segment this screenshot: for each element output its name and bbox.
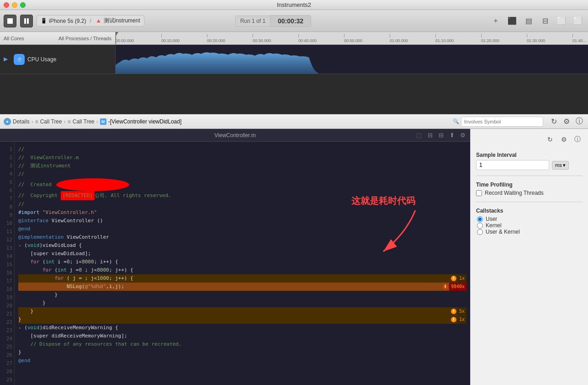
code-line-9: #import "ViewController.h" bbox=[18, 209, 466, 217]
code-line-15: @implementation ViewController bbox=[18, 233, 466, 241]
pin-icon[interactable]: ⬆ bbox=[447, 131, 456, 140]
breadcrumb-method[interactable]: M -[ViewController viewDidLoad] bbox=[100, 118, 182, 125]
code-line-13: @end bbox=[18, 225, 466, 233]
breadcrumb-details[interactable]: ● Details bbox=[4, 118, 30, 125]
ruler-tick-4: 00:40.000 bbox=[298, 34, 344, 43]
cpu-track: ▶ ⏱ CPU Usage bbox=[0, 45, 588, 74]
settings-rp-icon[interactable]: ⚙ bbox=[559, 134, 569, 144]
right-panel-top-bar: ↻ ⚙ ⓘ bbox=[476, 134, 583, 144]
ruler-tick-6: 01:00.000 bbox=[390, 34, 435, 43]
layout-button[interactable]: ▤ bbox=[522, 15, 535, 27]
code-line-4: // bbox=[18, 170, 466, 178]
camera-button[interactable]: ⬛ bbox=[506, 15, 519, 27]
minimize-button[interactable] bbox=[12, 2, 17, 8]
all-cores-label[interactable]: All Cores bbox=[4, 36, 24, 41]
kernel-radio[interactable] bbox=[477, 223, 483, 229]
main-content: ViewController.m ⬚ ⊟ ⊟ ⬆ ⚙ 12345 678910 … bbox=[0, 129, 588, 385]
pause-button[interactable] bbox=[20, 15, 33, 27]
view-button[interactable]: ⬜ bbox=[572, 15, 584, 27]
ruler-tick-9: 01:30.000 bbox=[527, 34, 572, 43]
code-line-31: [super didReceiveMemoryWarning]; bbox=[18, 332, 466, 340]
breadcrumb-right-icons: ↻ ⚙ ⓘ bbox=[549, 117, 584, 127]
search-icon: 🔍 bbox=[453, 118, 459, 124]
code-body: 12345 678910 1112131415 1617181920 21222… bbox=[0, 142, 470, 385]
add-button[interactable]: ＋ bbox=[489, 15, 502, 27]
run-label: Run 1 of 1 bbox=[235, 16, 270, 27]
ruler-marks: 00:00.000 00:10.000 00:20.000 00:30.000 … bbox=[116, 32, 588, 44]
calltree2-icon: ≡ bbox=[68, 118, 71, 125]
breadcrumb-calltree1[interactable]: ≡ Call Tree bbox=[35, 118, 62, 125]
svg-text:⏱: ⏱ bbox=[17, 57, 22, 62]
toolbar-right: ＋ ⬛ ▤ ⊟ ⬜ ⬜ bbox=[489, 15, 584, 27]
heat-icon-26: ℹ bbox=[451, 309, 456, 314]
ruler-tick-7: 01:10.000 bbox=[435, 34, 481, 43]
user-kernel-radio[interactable] bbox=[477, 229, 483, 235]
involves-search-input[interactable] bbox=[461, 117, 543, 127]
grid-button[interactable]: ⊟ bbox=[539, 15, 551, 27]
code-line-24: } bbox=[18, 291, 466, 299]
split-button[interactable]: ⬜ bbox=[555, 15, 568, 27]
gear-icon[interactable]: ⚙ bbox=[458, 131, 467, 140]
timeline-cursor[interactable] bbox=[116, 32, 116, 44]
code-filename: ViewController.m bbox=[214, 132, 255, 139]
callstacks-label: Callstacks bbox=[476, 208, 583, 214]
window-title: Instruments2 bbox=[277, 1, 311, 8]
heat-count-27: 1x bbox=[457, 315, 466, 324]
user-label: User bbox=[486, 216, 497, 222]
ruler-tick-8: 01:20.000 bbox=[481, 34, 527, 43]
code-line-1: // bbox=[18, 145, 466, 154]
info-rp-icon[interactable]: ⓘ bbox=[572, 134, 583, 144]
bc-sep-3: › bbox=[96, 118, 98, 125]
heat-icon-22: ℹ bbox=[451, 276, 456, 281]
code-line-25: } bbox=[18, 299, 466, 307]
all-processes-label[interactable]: All Processes / Threads bbox=[58, 36, 111, 41]
traffic-lights bbox=[4, 2, 26, 8]
timeline-ruler[interactable]: 00:00.000 00:10.000 00:20.000 00:30.000 … bbox=[116, 32, 588, 44]
code-line-6: // Copyright [REDACTED]公司. All rights re… bbox=[18, 191, 466, 200]
user-kernel-radio-row: User & Kernel bbox=[477, 229, 583, 235]
close-button[interactable] bbox=[4, 2, 9, 8]
split-horiz-icon[interactable]: ⊟ bbox=[436, 131, 445, 140]
separator: / bbox=[90, 18, 91, 24]
cpu-play-button[interactable]: ▶ bbox=[4, 56, 11, 63]
user-radio[interactable] bbox=[477, 216, 483, 222]
title-bar: Instruments2 bbox=[0, 0, 588, 10]
sample-interval-unit[interactable]: ms ▾ bbox=[552, 161, 569, 170]
calltree1-label: Call Tree bbox=[40, 118, 62, 125]
refresh-icon[interactable]: ↻ bbox=[549, 117, 559, 127]
refresh-rp-icon[interactable]: ↻ bbox=[545, 134, 555, 144]
rp-divider-2 bbox=[476, 202, 583, 202]
heat-badge-27: ℹ 1x bbox=[451, 315, 466, 324]
breadcrumb-calltree2[interactable]: ≡ Call Tree bbox=[68, 118, 95, 125]
ruler-tick-10: 01:40... bbox=[572, 34, 588, 43]
ruler-tick-5: 00:50.000 bbox=[344, 34, 390, 43]
info-icon[interactable]: ⓘ bbox=[574, 117, 584, 127]
maximize-button[interactable] bbox=[20, 2, 26, 8]
record-waiting-checkbox[interactable] bbox=[476, 190, 482, 196]
heat-icon-23: ℹ bbox=[443, 284, 448, 289]
split-view-icon[interactable]: ⊟ bbox=[425, 131, 434, 140]
right-panel: ↻ ⚙ ⓘ Sample Interval ms ▾ Time Profilin… bbox=[470, 129, 588, 385]
app-icon: 🔺 bbox=[95, 18, 102, 24]
code-line-33: } bbox=[18, 348, 466, 357]
sample-interval-section: Sample Interval ms ▾ bbox=[476, 152, 583, 170]
record-waiting-label: Record Waiting Threads bbox=[485, 190, 544, 196]
cpu-waveform bbox=[116, 45, 476, 74]
device-badge[interactable]: 📱 iPhone 5s (9.2) / 🔺 测试instrument bbox=[37, 15, 144, 27]
calltree1-icon: ≡ bbox=[35, 118, 38, 125]
calltree2-label: Call Tree bbox=[73, 118, 95, 125]
code-line-22: for ( j = ; j<1000; j++) { ℹ 1x bbox=[18, 274, 466, 283]
heat-badge-23: ℹ 9840x bbox=[443, 283, 466, 291]
code-line-30: - (void)didReceiveMemoryWarning { bbox=[18, 324, 466, 332]
code-line-27: } ℹ 1x bbox=[18, 315, 466, 324]
cpu-track-left: ▶ ⏱ CPU Usage bbox=[0, 45, 116, 74]
settings-icon[interactable]: ⚙ bbox=[562, 117, 572, 127]
ruler-tick-0: 00:00.000 bbox=[116, 34, 161, 43]
stop-button[interactable] bbox=[4, 15, 16, 27]
code-line-21: for (int j =0 ; j<8000; j++) { bbox=[18, 266, 466, 274]
pause-icon bbox=[24, 18, 26, 24]
save-icon[interactable]: ⬚ bbox=[414, 131, 424, 140]
time-profiling-label: Time Profiling bbox=[476, 182, 583, 188]
sample-interval-input[interactable] bbox=[476, 160, 549, 170]
code-header-icons: ⬚ ⊟ ⊟ ⬆ ⚙ bbox=[414, 131, 467, 140]
